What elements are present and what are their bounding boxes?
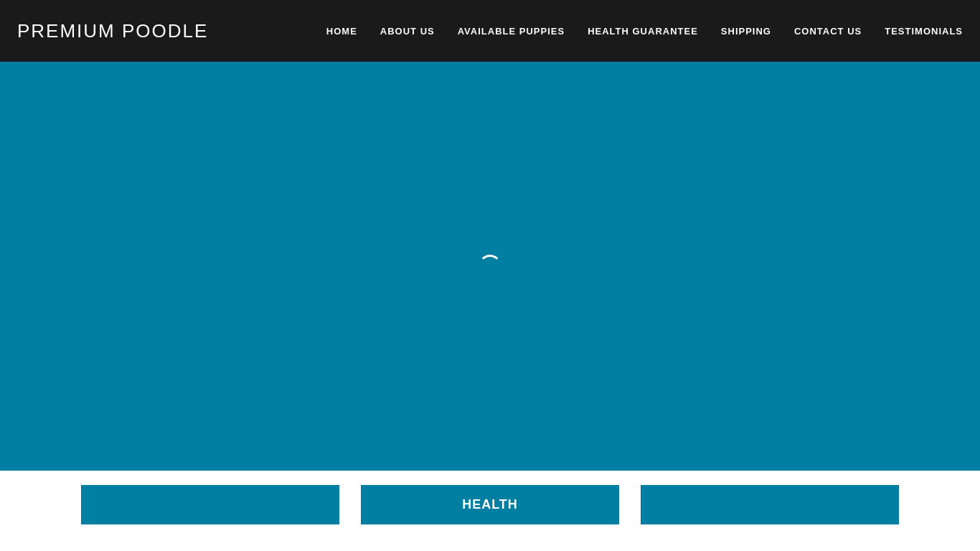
card-middle[interactable]: HEALTH — [361, 485, 619, 524]
nav-testimonials[interactable]: TESTIMONIALS — [885, 26, 963, 37]
card-middle-label: HEALTH — [462, 497, 518, 512]
nav-shipping[interactable]: SHIPPING — [721, 26, 771, 37]
card-right[interactable] — [641, 485, 899, 524]
nav-health-guarantee[interactable]: HEALTH GUARANTEE — [588, 26, 698, 37]
nav-available-puppies[interactable]: AVAILABLE PUPPIES — [458, 26, 565, 37]
cards-section: HEALTH — [0, 471, 980, 539]
logo-text: PREMIUM POODLE — [17, 20, 208, 42]
site-logo[interactable]: PREMIUM POODLE — [17, 20, 208, 42]
loading-spinner — [479, 255, 501, 278]
card-left[interactable] — [81, 485, 339, 524]
hero-section — [0, 62, 980, 471]
nav-about-us[interactable]: ABOUT US — [380, 26, 435, 37]
site-header: PREMIUM POODLE HOME ABOUT US AVAILABLE P… — [0, 0, 980, 62]
main-nav: HOME ABOUT US AVAILABLE PUPPIES HEALTH G… — [326, 26, 963, 37]
nav-contact-us[interactable]: CONTACT US — [794, 26, 862, 37]
nav-home[interactable]: HOME — [326, 26, 357, 37]
